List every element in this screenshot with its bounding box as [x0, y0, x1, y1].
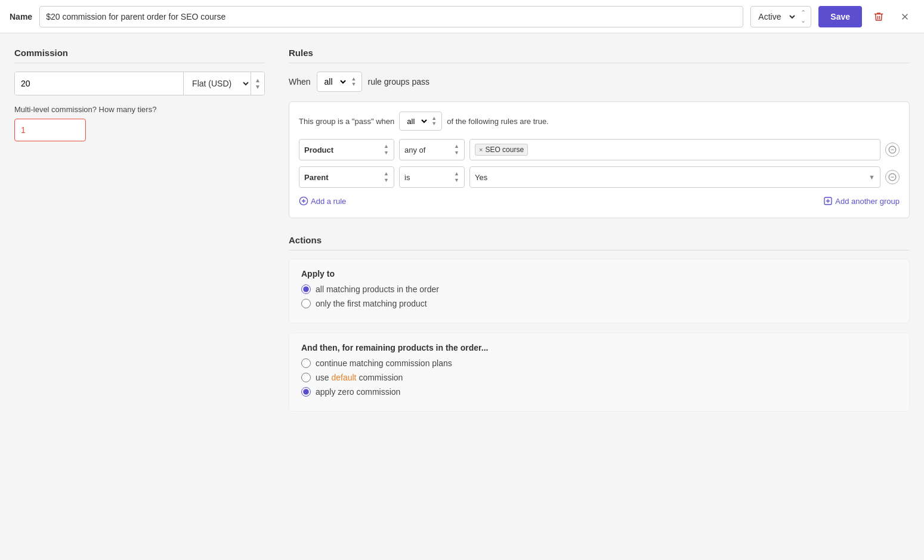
group-pass-suffix: of the following rules are true. — [447, 117, 549, 126]
when-label: When — [289, 77, 311, 86]
parent-field-select[interactable]: Parent ▲ ▼ — [299, 166, 394, 188]
save-button[interactable]: Save — [818, 6, 862, 27]
continue-radio-row: continue matching commission plans — [301, 358, 897, 368]
remaining-box: And then, for remaining products in the … — [289, 333, 910, 412]
product-field-select[interactable]: Product ▲ ▼ — [299, 139, 394, 160]
rules-section-title: Rules — [289, 48, 910, 63]
product-op-arrows: ▲ ▼ — [454, 143, 459, 156]
zero-radio-row: apply zero commission — [301, 387, 897, 397]
commission-type-arrows[interactable]: ▲ ▼ — [251, 72, 264, 95]
status-select[interactable]: Active Inactive — [756, 11, 797, 22]
parent-field-arrows: ▲ ▼ — [384, 171, 389, 184]
parent-op-label: is — [404, 173, 410, 182]
product-op-select[interactable]: any of ▲ ▼ — [399, 139, 465, 160]
apply-first-radio-row: only the first matching product — [301, 299, 897, 308]
group-pass-select[interactable]: all any — [404, 116, 429, 126]
rule-group-box: This group is a "pass" when all any ▲ ▼ … — [289, 101, 910, 218]
product-field-arrows: ▲ ▼ — [384, 143, 389, 156]
close-icon — [900, 12, 910, 21]
delete-button[interactable] — [869, 7, 888, 26]
remaining-title: And then, for remaining products in the … — [301, 343, 897, 352]
parent-value-label: Yes — [475, 173, 487, 182]
add-rule-button[interactable]: Add a rule — [299, 194, 346, 208]
trash-icon — [873, 11, 884, 22]
tag-remove-icon[interactable]: × — [479, 146, 483, 153]
tiers-label: Multi-level commission? How many tiers? — [14, 105, 265, 114]
group-pass-select-wrapper[interactable]: all any ▲ ▼ — [399, 112, 442, 131]
parent-value-dropdown[interactable]: Yes ▼ — [469, 166, 880, 188]
product-value-input[interactable]: × SEO course — [469, 139, 880, 160]
rule-groups-pass-label: rule groups pass — [368, 77, 430, 86]
group-pass-row: This group is a "pass" when all any ▲ ▼ … — [299, 112, 900, 131]
commission-section-title: Commission — [14, 48, 265, 63]
apply-first-label: only the first matching product — [316, 299, 427, 308]
group-pass-prefix: This group is a "pass" when — [299, 117, 394, 126]
apply-all-radio-row: all matching products in the order — [301, 284, 897, 294]
product-op-label: any of — [404, 146, 425, 154]
rule-row-product: Product ▲ ▼ any of ▲ ▼ × — [299, 139, 900, 160]
when-row: When all any ▲ ▼ rule groups pass — [289, 72, 910, 92]
tag-label: SEO course — [485, 146, 524, 154]
commission-row: Flat (USD) Percentage ▲ ▼ — [14, 72, 265, 95]
close-button[interactable] — [895, 7, 914, 26]
default-highlight: default — [331, 373, 356, 382]
add-rule-icon — [299, 196, 308, 206]
continue-label: continue matching commission plans — [316, 358, 452, 368]
add-rule-label: Add a rule — [311, 197, 346, 206]
apply-to-box: Apply to all matching products in the or… — [289, 259, 910, 323]
add-group-label: Add another group — [835, 197, 900, 206]
name-label: Name — [10, 12, 32, 21]
apply-all-radio[interactable] — [301, 284, 311, 294]
product-field-label: Product — [304, 146, 333, 154]
parent-value-arrow: ▼ — [869, 174, 875, 181]
status-chevron-icon: ⌃⌄ — [801, 9, 806, 24]
apply-to-title: Apply to — [301, 269, 897, 279]
default-radio-row: use default commission — [301, 373, 897, 382]
parent-op-arrows: ▲ ▼ — [454, 171, 459, 184]
zero-radio[interactable] — [301, 387, 311, 397]
when-select-arrows: ▲ ▼ — [351, 76, 357, 87]
seo-course-tag: × SEO course — [475, 144, 528, 156]
actions-section-title: Actions — [289, 235, 910, 250]
status-select-wrapper[interactable]: Active Inactive ⌃⌄ — [750, 6, 811, 27]
group-pass-arrows: ▲ ▼ — [431, 116, 437, 126]
minus-circle-icon-2 — [888, 173, 897, 181]
continue-radio[interactable] — [301, 358, 311, 368]
when-select[interactable]: all any — [322, 76, 348, 87]
commission-value-input[interactable] — [15, 72, 183, 95]
right-panel: Rules When all any ▲ ▼ rule groups pass … — [289, 48, 910, 546]
remove-product-rule-button[interactable] — [885, 143, 900, 157]
left-panel: Commission Flat (USD) Percentage ▲ ▼ Mul… — [14, 48, 289, 546]
apply-first-radio[interactable] — [301, 299, 311, 308]
main-content: Commission Flat (USD) Percentage ▲ ▼ Mul… — [0, 33, 924, 560]
rule-row-parent: Parent ▲ ▼ is ▲ ▼ Yes ▼ — [299, 166, 900, 188]
remove-parent-rule-button[interactable] — [885, 170, 900, 184]
minus-circle-icon — [888, 146, 897, 154]
parent-op-select[interactable]: is ▲ ▼ — [399, 166, 465, 188]
commission-type-select[interactable]: Flat (USD) Percentage — [183, 72, 251, 95]
default-label: use default commission — [316, 373, 403, 382]
name-input[interactable] — [39, 6, 743, 27]
add-group-icon — [823, 196, 833, 206]
add-group-button[interactable]: Add another group — [823, 194, 900, 208]
tiers-input[interactable] — [14, 119, 86, 141]
group-footer: Add a rule Add another group — [299, 194, 900, 208]
actions-section: Actions Apply to all matching products i… — [289, 235, 910, 412]
parent-field-label: Parent — [304, 173, 328, 182]
default-radio[interactable] — [301, 373, 311, 382]
when-select-wrapper[interactable]: all any ▲ ▼ — [317, 72, 362, 92]
apply-all-label: all matching products in the order — [316, 284, 439, 294]
top-bar: Name Active Inactive ⌃⌄ Save — [0, 0, 924, 33]
zero-label: apply zero commission — [316, 387, 400, 397]
